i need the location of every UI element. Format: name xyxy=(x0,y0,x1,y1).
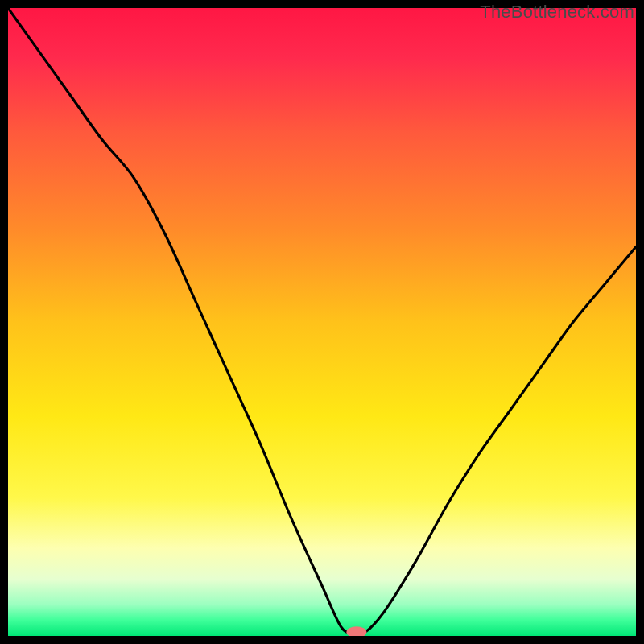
chart-background xyxy=(8,8,636,636)
chart-svg xyxy=(8,8,636,636)
chart-frame xyxy=(8,8,636,636)
watermark-text: TheBottleneck.com xyxy=(480,2,634,23)
